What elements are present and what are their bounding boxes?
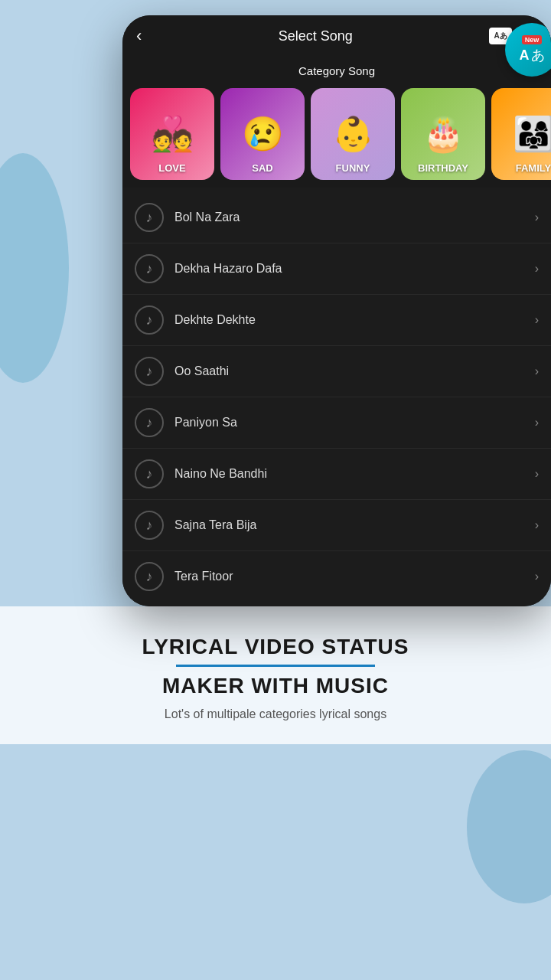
back-button[interactable]: ‹ bbox=[136, 26, 142, 46]
category-item-birthday[interactable]: 🎂 BIRTHDAY bbox=[401, 88, 485, 180]
music-icon: ♪ bbox=[135, 305, 164, 335]
category-icon-family: 👨‍👩‍👧 bbox=[513, 114, 552, 154]
song-item[interactable]: ♪ Naino Ne Bandhi › bbox=[122, 449, 551, 500]
music-icon: ♪ bbox=[135, 459, 164, 488]
music-icon: ♪ bbox=[135, 254, 164, 283]
song-item[interactable]: ♪ Paniyon Sa › bbox=[122, 397, 551, 449]
category-item-love[interactable]: 💑 LOVE bbox=[130, 88, 214, 180]
app-title-line2: MAKER WITH MUSIC bbox=[15, 673, 536, 699]
song-item[interactable]: ♪ Bol Na Zara › bbox=[122, 192, 551, 243]
app-subtitle: Lot's of multipale categories lyrical so… bbox=[15, 707, 536, 721]
bg-decor-bottom bbox=[467, 750, 551, 903]
new-badge-label: New bbox=[522, 35, 543, 44]
music-icon: ♪ bbox=[135, 408, 164, 437]
category-label-love: LOVE bbox=[130, 162, 214, 174]
title-underline bbox=[176, 665, 375, 667]
page-title: Select Song bbox=[142, 28, 489, 44]
chevron-right-icon: › bbox=[535, 467, 539, 481]
phone-frame: ‹ Select Song Aあ 🔍 New A あ Category Song… bbox=[122, 15, 551, 606]
music-icon: ♪ bbox=[135, 511, 164, 540]
category-scroll: 💑 LOVE 😢 SAD 👶 FUNNY 🎂 BIRTHDAY 👨‍👩‍👧 FA… bbox=[122, 88, 551, 188]
song-name: Tera Fitoor bbox=[174, 570, 535, 583]
song-item[interactable]: ♪ Sajna Tera Bija › bbox=[122, 500, 551, 551]
song-name: Naino Ne Bandhi bbox=[174, 467, 535, 481]
new-badge-icons: A あ bbox=[520, 46, 545, 64]
song-name: Oo Saathi bbox=[174, 364, 535, 378]
chevron-right-icon: › bbox=[535, 262, 539, 276]
song-name: Sajna Tera Bija bbox=[174, 518, 535, 532]
song-item[interactable]: ♪ Oo Saathi › bbox=[122, 346, 551, 397]
music-icon: ♪ bbox=[135, 357, 164, 386]
song-name: Bol Na Zara bbox=[174, 211, 535, 224]
chevron-right-icon: › bbox=[535, 518, 539, 532]
category-label-birthday: BIRTHDAY bbox=[401, 162, 485, 174]
chevron-right-icon: › bbox=[535, 211, 539, 224]
category-icon-funny: 👶 bbox=[332, 114, 374, 154]
category-item-family[interactable]: 👨‍👩‍👧 FAMILY bbox=[491, 88, 551, 180]
chevron-right-icon: › bbox=[535, 570, 539, 583]
song-item[interactable]: ♪ Dekha Hazaro Dafa › bbox=[122, 243, 551, 295]
top-bar: ‹ Select Song Aあ 🔍 New A あ bbox=[122, 15, 551, 57]
category-label-funny: FUNNY bbox=[311, 162, 395, 174]
music-icon: ♪ bbox=[135, 203, 164, 232]
new-badge-jp-icon: あ bbox=[531, 46, 545, 64]
bg-decor-left bbox=[0, 153, 69, 383]
song-name: Paniyon Sa bbox=[174, 416, 535, 430]
chevron-right-icon: › bbox=[535, 416, 539, 430]
new-badge-en-icon: A bbox=[520, 47, 530, 64]
category-item-sad[interactable]: 😢 SAD bbox=[220, 88, 305, 180]
category-icon-sad: 😢 bbox=[242, 114, 284, 154]
category-item-funny[interactable]: 👶 FUNNY bbox=[311, 88, 395, 180]
bottom-section: LYRICAL VIDEO STATUS MAKER WITH MUSIC Lo… bbox=[0, 606, 551, 744]
chevron-right-icon: › bbox=[535, 313, 539, 327]
app-title-line1: LYRICAL VIDEO STATUS bbox=[15, 634, 536, 660]
category-label-sad: SAD bbox=[220, 162, 305, 174]
song-list: ♪ Bol Na Zara › ♪ Dekha Hazaro Dafa › ♪ … bbox=[122, 188, 551, 606]
category-label-family: FAMILY bbox=[491, 162, 551, 174]
song-name: Dekha Hazaro Dafa bbox=[174, 262, 535, 276]
song-item[interactable]: ♪ Dekhte Dekhte › bbox=[122, 295, 551, 346]
song-name: Dekhte Dekhte bbox=[174, 313, 535, 327]
music-icon: ♪ bbox=[135, 562, 164, 591]
chevron-right-icon: › bbox=[535, 364, 539, 378]
song-item[interactable]: ♪ Tera Fitoor › bbox=[122, 551, 551, 602]
category-label: Category Song bbox=[122, 57, 551, 88]
category-icon-birthday: 🎂 bbox=[422, 114, 465, 154]
category-icon-love: 💑 bbox=[152, 114, 194, 154]
